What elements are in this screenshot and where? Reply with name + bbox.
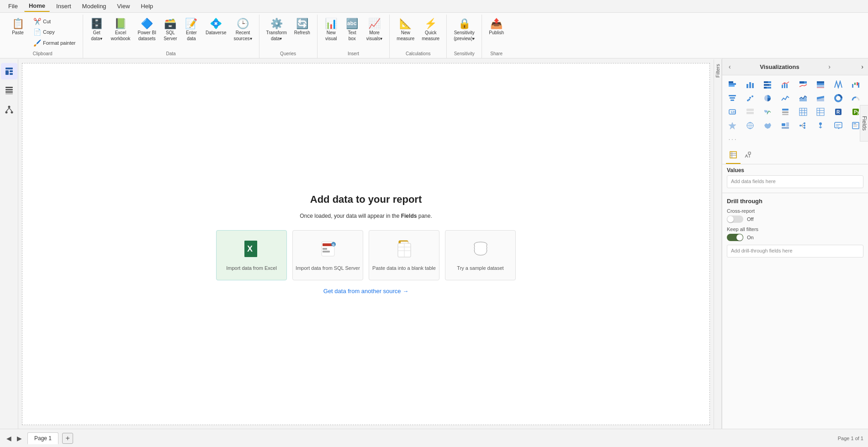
- viz-table[interactable]: [796, 105, 810, 118]
- fields-panel-tab[interactable]: Fields: [860, 105, 868, 142]
- menu-home[interactable]: Home: [24, 0, 50, 12]
- cross-report-toggle[interactable]: [727, 216, 743, 223]
- cut-button[interactable]: ✂️ Cut: [30, 16, 79, 26]
- insert-group-label: Insert: [348, 50, 359, 58]
- get-data-another-source-link[interactable]: Get data from another source →: [323, 288, 408, 294]
- keep-filters-toggle[interactable]: [727, 234, 743, 241]
- viz-pie[interactable]: [760, 92, 775, 105]
- menu-help[interactable]: Help: [136, 1, 158, 11]
- enter-data-label: Enterdata: [186, 30, 197, 42]
- sql-server-button[interactable]: 🗃️ SQLServer: [160, 16, 180, 44]
- paste-button[interactable]: 📋 Paste: [6, 16, 29, 38]
- viz-line[interactable]: [778, 92, 793, 105]
- next-page-button[interactable]: ▶: [15, 434, 24, 443]
- excel-workbook-button[interactable]: 📗 Excelworkbook: [108, 16, 134, 44]
- model-view-icon[interactable]: [1, 101, 17, 118]
- values-section: Values Add data fields here: [722, 164, 868, 191]
- svg-line-12: [9, 108, 12, 111]
- viz-line-100[interactable]: [813, 78, 828, 91]
- viz-fields-tab[interactable]: [726, 148, 741, 164]
- dataverse-button[interactable]: 💠 Dataverse: [202, 16, 230, 38]
- viz-smart-narrative[interactable]: [831, 119, 846, 132]
- viz-format-tab[interactable]: [741, 148, 755, 164]
- viz-r-visual[interactable]: R: [831, 105, 846, 118]
- copy-button[interactable]: 📄 Copy: [30, 27, 79, 37]
- recent-sources-button[interactable]: 🕒 Recentsources▾: [231, 16, 255, 44]
- panel-collapse-icon[interactable]: ›: [861, 63, 863, 70]
- import-sql-card[interactable]: S Import data from SQL Server: [292, 230, 363, 280]
- new-measure-button[interactable]: 📐 Newmeasure: [393, 16, 418, 44]
- viz-line-stacked[interactable]: [796, 78, 810, 91]
- format-painter-button[interactable]: 🖌️ Format painter: [30, 38, 79, 48]
- quick-measure-button[interactable]: ⚡ Quickmeasure: [418, 16, 443, 44]
- values-dropzone[interactable]: Add data fields here: [727, 175, 863, 188]
- viz-matrix[interactable]: [813, 105, 828, 118]
- viz-shape-map[interactable]: [778, 119, 793, 132]
- paste-table-card[interactable]: Paste data into a blank table: [369, 230, 439, 280]
- menu-insert[interactable]: Insert: [52, 1, 76, 11]
- viz-100-bar[interactable]: [760, 78, 775, 91]
- viz-map[interactable]: [743, 119, 757, 132]
- viz-decomp-tree[interactable]: [796, 119, 810, 132]
- enter-data-button[interactable]: 📝 Enterdata: [181, 16, 201, 44]
- svg-rect-98: [835, 122, 842, 128]
- panel-left-arrow[interactable]: ‹: [727, 62, 733, 71]
- report-view-icon[interactable]: [1, 63, 17, 79]
- viz-stacked-area[interactable]: [813, 92, 828, 105]
- viz-scatter[interactable]: [743, 92, 757, 105]
- svg-point-10: [11, 111, 13, 114]
- svg-line-96: [801, 126, 804, 128]
- left-sidebar: [0, 59, 18, 447]
- data-view-icon[interactable]: [1, 82, 17, 99]
- viz-funnel[interactable]: [725, 92, 740, 105]
- menu-modeling[interactable]: Modeling: [78, 1, 111, 11]
- new-visual-label: Newvisual: [325, 30, 337, 42]
- new-visual-button[interactable]: 📊 Newvisual: [321, 16, 341, 44]
- viz-gauge[interactable]: [848, 92, 863, 105]
- panel-right-arrow[interactable]: ›: [826, 62, 832, 71]
- power-bi-datasets-button[interactable]: 🔷 Power BIdatasets: [134, 16, 159, 44]
- viz-key-influencers[interactable]: [813, 119, 828, 132]
- filters-label[interactable]: Filters: [715, 59, 720, 82]
- menu-file[interactable]: File: [4, 1, 22, 11]
- add-page-button[interactable]: +: [62, 433, 73, 444]
- canvas-title: Add data to your report: [310, 194, 422, 205]
- svg-rect-70: [799, 108, 807, 116]
- ribbon-group-queries: ⚙️ Transformdata▾ 🔄 Refresh Queries: [259, 15, 318, 58]
- ribbon-group-insert: 📊 Newvisual 🔤 Textbox 📈 Morevisuals▾ Ins…: [318, 15, 390, 58]
- format-painter-label: Format painter: [43, 40, 76, 46]
- viz-waterfall[interactable]: [848, 78, 863, 91]
- viz-clustered-bar[interactable]: [743, 78, 757, 91]
- viz-filled-map[interactable]: [760, 119, 775, 132]
- viz-multi-row-card[interactable]: [743, 105, 757, 118]
- viz-line-clustered[interactable]: [778, 78, 793, 91]
- publish-button[interactable]: 📤 Publish: [486, 16, 507, 38]
- svg-rect-55: [730, 100, 734, 101]
- menu-view[interactable]: View: [112, 1, 134, 11]
- more-visuals-button[interactable]: 📈 Morevisuals▾: [363, 16, 386, 44]
- sample-dataset-card[interactable]: Try a sample dataset: [445, 230, 516, 280]
- viz-slicer[interactable]: [778, 105, 793, 118]
- sensitivity-group-label: Sensitivity: [454, 50, 475, 58]
- viz-donut[interactable]: [831, 92, 846, 105]
- viz-ribbon[interactable]: [831, 78, 846, 91]
- viz-kpi[interactable]: %: [760, 105, 775, 118]
- status-bar: ◀ ▶ Page 1 + Page 1 of 1: [0, 429, 868, 447]
- filters-sidebar[interactable]: Filters: [714, 59, 722, 429]
- refresh-button[interactable]: 🔄 Refresh: [291, 16, 313, 38]
- viz-more-options[interactable]: · · ·: [725, 133, 740, 146]
- sensitivity-button[interactable]: 🔒 Sensitivity(preview)▾: [450, 16, 478, 44]
- page-1-tab[interactable]: Page 1: [27, 432, 58, 444]
- prev-page-button[interactable]: ◀: [5, 434, 13, 443]
- viz-azure-map[interactable]: [725, 119, 740, 132]
- paste-label: Paste: [12, 30, 24, 36]
- viz-area[interactable]: [796, 92, 810, 105]
- import-excel-card[interactable]: X Import data from Excel: [216, 230, 287, 280]
- text-box-button[interactable]: 🔤 Textbox: [342, 16, 362, 44]
- viz-stacked-bar[interactable]: [725, 78, 740, 91]
- drill-through-dropzone[interactable]: Add drill-through fields here: [727, 245, 863, 258]
- get-data-button[interactable]: 🗄️ Getdata▾: [87, 16, 107, 44]
- viz-card[interactable]: 123: [725, 105, 740, 118]
- svg-text:X: X: [247, 244, 253, 253]
- transform-data-button[interactable]: ⚙️ Transformdata▾: [263, 16, 290, 44]
